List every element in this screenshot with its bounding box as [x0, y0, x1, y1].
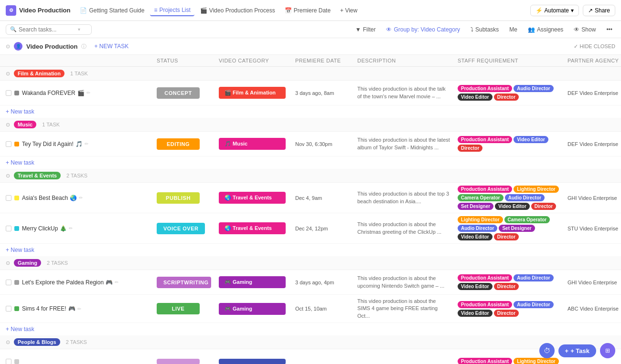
project-collapse-icon[interactable]: ⊙	[6, 43, 10, 50]
staff-tag: Camera Operator	[504, 216, 550, 223]
group-collapse-icon[interactable]: ⊙	[6, 173, 10, 179]
nav-tab-projects-list[interactable]: ≡ Projects List	[150, 5, 194, 16]
video-cat-badge: 🌏 Travel & Events	[219, 222, 286, 234]
premiere-date-cell: 3 days ago, 8am	[291, 87, 353, 99]
task-checkbox[interactable]	[6, 141, 11, 147]
task-checkbox[interactable]	[6, 280, 11, 285]
premiere-date: Nov 30, 6:30pm	[295, 141, 332, 147]
task-emoji: 🎬	[77, 90, 85, 96]
premiere-date-cell: 3 days ago, 4pm	[291, 277, 353, 288]
hide-closed-button[interactable]: ✓ HIDE CLOSED	[574, 43, 615, 50]
staff-tag: Lighting Director	[458, 216, 503, 223]
more-options-button[interactable]: •••	[603, 25, 615, 34]
nav-tab-production-process[interactable]: 🎬 Video Production Process	[196, 5, 279, 16]
new-task-row-gaming: + New task	[0, 323, 621, 335]
assignees-icon: 👥	[528, 26, 535, 33]
nav-tab-premiere-date[interactable]: 📅 Premiere Date	[281, 5, 334, 16]
task-checkbox[interactable]	[6, 359, 11, 364]
subtasks-button[interactable]: ⤵ Subtasks	[468, 25, 502, 34]
status-badge: SCRIPTWRITING	[157, 277, 211, 288]
video-cat-badge: 🎮 Gaming	[219, 276, 286, 288]
assignees-button[interactable]: 👥 Assignees	[525, 25, 566, 34]
edit-icon[interactable]: ✏	[86, 90, 90, 95]
group-badge-people-blogs[interactable]: People & Blogs	[14, 338, 60, 346]
group-badge-gaming[interactable]: Gaming	[14, 259, 41, 267]
partner-cell: GHI Video Enterprise	[564, 192, 621, 204]
film-icon: 🎬	[200, 7, 207, 14]
task-emoji: 🎮	[68, 305, 75, 312]
grid-view-button[interactable]: ⊞	[600, 343, 615, 358]
timer-button[interactable]: ⏱	[539, 343, 555, 358]
me-button[interactable]: Me	[506, 25, 520, 34]
filter-button[interactable]: ▼ Filter	[353, 25, 379, 34]
task-checkbox[interactable]	[6, 306, 11, 312]
group-collapse-icon[interactable]: ⊙	[6, 260, 10, 266]
group-badge-music[interactable]: Music	[14, 121, 36, 128]
show-icon: 👁	[574, 26, 579, 33]
nav-tab-getting-started[interactable]: 📄 Getting Started Guide	[76, 5, 148, 16]
nav-tab-view[interactable]: + View	[336, 5, 361, 16]
video-cat-badge: 🌏 Travel & Events	[219, 192, 286, 204]
video-cat-cell: 🌏 Travel & Events	[215, 189, 291, 207]
staff-tag: Lighting Director	[514, 358, 559, 364]
new-task-link-gaming[interactable]: + New task	[6, 326, 34, 333]
task-emoji: 🌏	[70, 195, 77, 201]
staff-tag: Video Editor	[458, 283, 493, 290]
new-task-link-travel-events[interactable]: + New task	[6, 247, 34, 253]
staff-tags: Production AssistantAudio DirectorVideo …	[458, 274, 560, 290]
calendar-icon: 📅	[285, 7, 292, 14]
premiere-date-cell: Dec 4, 9am	[291, 192, 353, 204]
task-checkbox[interactable]	[6, 90, 11, 96]
status-cell: SCRIPTWRITING	[153, 274, 215, 291]
project-info-icon[interactable]: ⓘ	[81, 43, 86, 50]
staff-tag: Production Assistant	[458, 85, 512, 92]
task-checkbox[interactable]	[6, 226, 11, 231]
show-button[interactable]: 👁 Show	[571, 25, 599, 34]
task-cell: Asia's Best Beach 🌏 ✏	[0, 191, 153, 205]
new-task-link-music[interactable]: + New task	[6, 159, 34, 166]
status-cell: PUBLISH	[153, 189, 215, 207]
share-button[interactable]: ↗ Share	[583, 5, 615, 16]
edit-icon[interactable]: ✏	[115, 280, 118, 285]
edit-icon[interactable]: ✏	[77, 306, 81, 312]
plus-icon: +	[565, 347, 569, 354]
group-badge-film-animation[interactable]: Film & Animation	[14, 70, 64, 77]
task-row: Asia's Best Beach 🌏 ✏ PUBLISH 🌏 Travel &…	[0, 183, 621, 213]
groups-container: ⊙ Film & Animation 1 TASK Wakanda FOREVE…	[0, 67, 621, 364]
group-badge-travel-events[interactable]: Travel & Events	[14, 172, 61, 179]
description-cell: This video production is about the SIMS …	[353, 295, 454, 322]
search-box[interactable]: 🔍 ▾	[6, 24, 92, 35]
staff-cell: Production AssistantAudio DirectorVideo …	[454, 271, 564, 293]
staff-tag: Audio Director	[514, 301, 553, 308]
group-header-film-animation: ⊙ Film & Animation 1 TASK	[0, 67, 621, 81]
task-checkbox[interactable]	[6, 195, 11, 201]
description-cell: This video production is about the top 3…	[353, 187, 454, 208]
staff-tag: Video Editor	[458, 233, 493, 240]
bottom-bar: ⏱ + + Task ⊞	[539, 343, 615, 358]
search-dropdown-icon[interactable]: ▾	[78, 27, 80, 32]
description-text: This video production is about the Chris…	[357, 221, 450, 236]
edit-icon[interactable]: ✏	[85, 141, 88, 146]
project-header: ⊙ 👤 Video Production ⓘ + NEW TASK ✓ HIDE…	[0, 38, 621, 55]
task-row: Let's Explore the Paldea Region 🎮 ✏ SCRI…	[0, 270, 621, 295]
video-cat-cell: 🎮 Gaming	[215, 300, 291, 318]
group-collapse-icon[interactable]: ⊙	[6, 122, 10, 128]
automate-button[interactable]: ⚡ Automate ▾	[530, 5, 579, 16]
add-task-button[interactable]: + + Task	[558, 344, 596, 357]
search-input[interactable]	[19, 26, 76, 33]
new-task-link-film-animation[interactable]: + New task	[6, 108, 34, 115]
premiere-date-cell: Nov 30, 6:30pm	[291, 138, 353, 150]
partner-text: GHI Video Enterprise	[567, 195, 617, 201]
group-gaming: ⊙ Gaming 2 TASKS Let's Explore the Palde…	[0, 256, 621, 335]
task-emoji: 🎵	[75, 141, 83, 147]
group-collapse-icon[interactable]: ⊙	[6, 339, 10, 345]
video-cat-badge: 🎬 Film & Animation	[219, 87, 286, 99]
group-by-button[interactable]: 👁 Group by: Video Category	[383, 25, 463, 34]
premiere-date-cell: Oct 15, 10am	[291, 303, 353, 314]
new-task-button[interactable]: + NEW TASK	[90, 42, 132, 51]
filter-icon: ▼	[355, 26, 361, 33]
edit-icon[interactable]: ✏	[69, 226, 73, 231]
premiere-date-cell: Dec 24, 12pm	[291, 223, 353, 234]
group-collapse-icon[interactable]: ⊙	[6, 71, 10, 77]
edit-icon[interactable]: ✏	[79, 195, 83, 200]
